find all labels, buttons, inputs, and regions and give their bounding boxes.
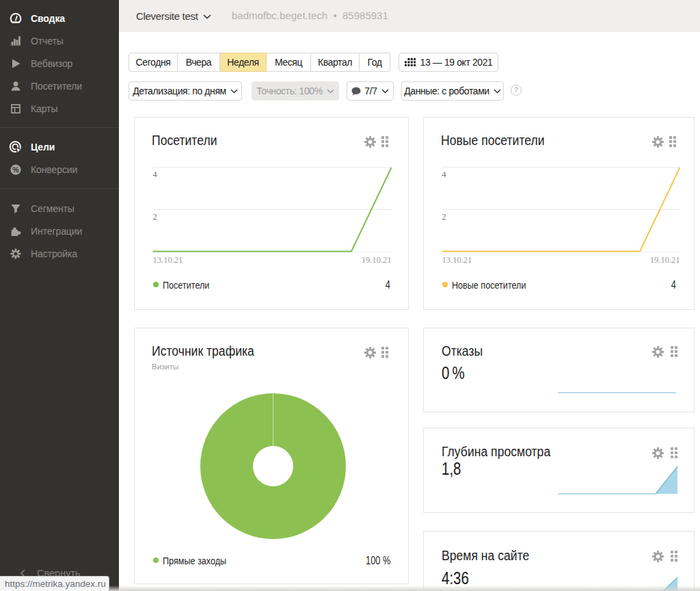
svg-text:19.10.21: 19.10.21 xyxy=(650,255,680,265)
svg-text:%: % xyxy=(12,165,19,173)
svg-text:2: 2 xyxy=(153,212,157,222)
svg-text:4: 4 xyxy=(153,170,157,179)
svg-text:13.10.21: 13.10.21 xyxy=(153,255,183,265)
svg-text:2: 2 xyxy=(442,212,446,222)
svg-text:19.10.21: 19.10.21 xyxy=(362,255,392,265)
svg-text:13.10.21: 13.10.21 xyxy=(442,255,472,265)
svg-text:4: 4 xyxy=(442,170,446,179)
